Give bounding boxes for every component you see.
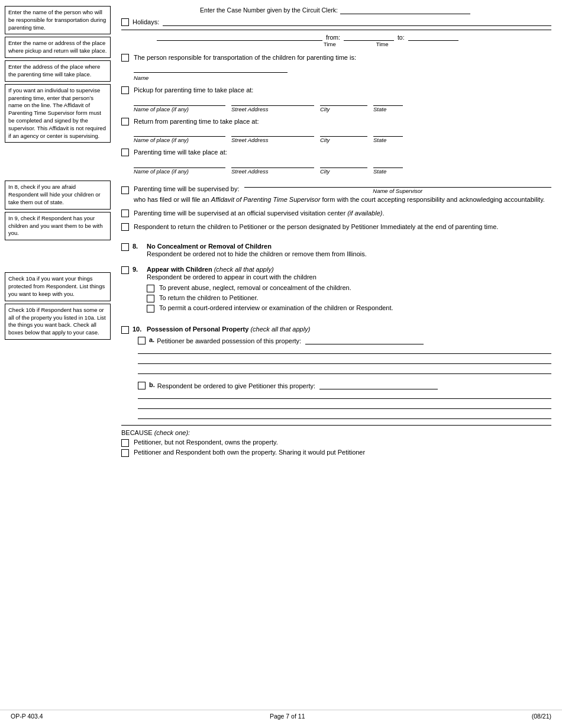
place-state-col: State (373, 160, 403, 175)
section8-title: No Concealment or Removal of Children (147, 243, 272, 250)
section10a-prop-field[interactable] (305, 336, 424, 344)
because-opt1-checkbox[interactable] (121, 439, 129, 447)
margin-note-3: Enter the address of the place where the… (5, 60, 111, 82)
section9-sub3-text: To permit a court-ordered interview or e… (159, 304, 393, 311)
section10b-row: b. Respondent be ordered to give Petitio… (138, 381, 551, 389)
return-name-field[interactable] (134, 128, 225, 137)
return-row: Return from parenting time to take place… (121, 117, 551, 126)
section10a-line1[interactable] (138, 346, 551, 354)
return-city-col: City (320, 128, 367, 143)
supervised-by-section: Parenting time will be supervised by: Na… (121, 179, 551, 204)
section10-number: 10. (133, 326, 144, 333)
section9-sub1-text: To prevent abuse, neglect, removal or co… (159, 284, 351, 291)
return-checkbox[interactable] (121, 118, 129, 125)
place-checkbox[interactable] (121, 149, 129, 156)
from-to-row: from: to: (121, 33, 551, 41)
place-street-field[interactable] (231, 160, 314, 168)
pickup-row: Pickup for parenting time to take place … (121, 86, 551, 95)
section10a-line3[interactable] (138, 366, 551, 374)
because-opt1: Petitioner, but not Respondent, owns the… (121, 439, 551, 447)
pickup-section: Pickup for parenting time to take place … (121, 86, 551, 112)
section9-sub2: To return the children to Petitioner. (147, 294, 551, 302)
from-label: from: (326, 34, 340, 41)
respondent-return-row: Respondent to return the children to Pet… (121, 223, 551, 231)
pickup-name-col: Name of place (if any) (134, 98, 225, 112)
section10-checkbox[interactable] (121, 326, 129, 334)
transportation-checkbox[interactable] (121, 54, 129, 62)
pickup-street-col: Street Address (231, 98, 314, 112)
section9-row: 9. Appear with Children (check all that … (121, 266, 551, 312)
section9-sub2-text: To return the children to Petitioner. (159, 294, 259, 301)
section8-content: No Concealment or Removal of Children Re… (147, 243, 551, 259)
case-number-field[interactable] (340, 6, 470, 14)
transportation-name-caption: Name (134, 75, 551, 81)
section9-sub2-checkbox[interactable] (147, 295, 154, 302)
supervisor-caption: Name of Supervisor (244, 188, 551, 194)
section10b-line2[interactable] (138, 401, 551, 409)
pickup-address-row: Name of place (if any) Street Address Ci… (121, 98, 551, 112)
holidays-row: Holidays: (121, 18, 551, 26)
pickup-checkbox[interactable] (121, 86, 129, 94)
main-from-field[interactable] (157, 33, 322, 41)
place-city-col: City (320, 160, 367, 175)
margin-note-8: Check 10b if Respondent has some or all … (5, 304, 111, 340)
margin-note-4: If you want an individual to supervise p… (5, 84, 111, 143)
section9-body: Respondent be ordered to appear in court… (147, 273, 551, 282)
pickup-city-field[interactable] (320, 98, 367, 106)
case-number-label: Enter the Case Number given by the Circu… (200, 7, 338, 14)
transportation-name-field[interactable] (134, 65, 288, 73)
pickup-state-caption: State (373, 106, 403, 112)
supervised-center-text: Parenting time will be supervised at an … (134, 209, 385, 218)
holidays-field[interactable] (163, 18, 551, 26)
place-name-field[interactable] (134, 160, 225, 168)
because-opt2-checkbox[interactable] (121, 449, 129, 457)
margin-notes: Enter the name of the person who will be… (0, 6, 115, 722)
place-state-field[interactable] (373, 160, 403, 168)
return-street-field[interactable] (231, 128, 314, 137)
section10b-line1[interactable] (138, 391, 551, 399)
supervised-center-section: Parenting time will be supervised at an … (121, 209, 551, 218)
section10a-line2[interactable] (138, 356, 551, 364)
return-city-caption: City (320, 137, 367, 143)
main-content: Enter the Case Number given by the Circu… (115, 6, 562, 722)
section9-number: 9. (133, 266, 144, 273)
place-state-caption: State (373, 168, 403, 175)
because-opt2: Petitioner and Respondent both own the p… (121, 449, 551, 457)
section9-title-italic: (check all that apply) (214, 266, 274, 273)
section9-sub1-checkbox[interactable] (147, 285, 154, 292)
to-time-field[interactable] (408, 33, 458, 41)
section8-checkbox[interactable] (121, 243, 129, 251)
supervised-by-checkbox[interactable] (121, 186, 129, 194)
section9-title: Appear with Children (147, 266, 212, 273)
from-time-field[interactable] (344, 33, 394, 41)
section10a-text: Petitioner be awarded possession of this… (157, 336, 424, 344)
section10-title: Possession of Personal Property (147, 326, 248, 333)
section10b-checkbox[interactable] (138, 382, 146, 389)
supervised-center-checkbox[interactable] (121, 210, 129, 217)
pickup-name-field[interactable] (134, 98, 225, 106)
section8-number: 8. (133, 243, 144, 250)
time-captions: Time Time (121, 41, 551, 47)
transportation-row: The person responsible for transportatio… (121, 53, 551, 62)
place-city-field[interactable] (320, 160, 367, 168)
return-name-col: Name of place (if any) (134, 128, 225, 143)
return-city-field[interactable] (320, 128, 367, 137)
respondent-return-checkbox[interactable] (121, 223, 129, 231)
margin-note-6: In 9, check if Respondent has your child… (5, 212, 111, 240)
case-number-row: Enter the Case Number given by the Circu… (121, 6, 551, 14)
return-state-field[interactable] (373, 128, 403, 137)
because-opt2-text: Petitioner and Respondent both own the p… (134, 449, 365, 456)
section10b-line3[interactable] (138, 411, 551, 419)
holidays-checkbox[interactable] (121, 18, 129, 26)
section10-content: Possession of Personal Property (check a… (147, 326, 551, 333)
section9-checkbox[interactable] (121, 266, 129, 274)
transportation-name-row: Name (121, 65, 551, 81)
place-section: Parenting time will take place at: Name … (121, 148, 551, 174)
section10a-row: a. Petitioner be awarded possession of t… (138, 336, 551, 344)
section10b-prop-field[interactable] (319, 381, 438, 389)
pickup-state-field[interactable] (373, 98, 403, 106)
pickup-street-field[interactable] (231, 98, 314, 106)
section10a-checkbox[interactable] (138, 337, 146, 344)
place-address-row: Name of place (if any) Street Address Ci… (121, 160, 551, 175)
section9-sub3-checkbox[interactable] (147, 305, 154, 313)
